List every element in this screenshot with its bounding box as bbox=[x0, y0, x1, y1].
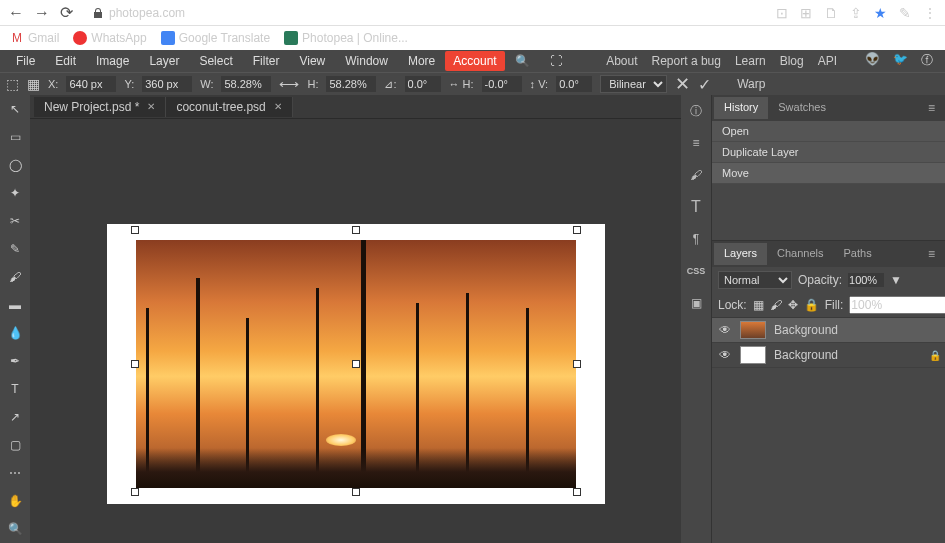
gradient-tool-icon[interactable]: ▬ bbox=[4, 295, 26, 315]
lock-move-icon[interactable]: ✥ bbox=[788, 298, 798, 312]
brush-tool-icon[interactable]: 🖌 bbox=[4, 267, 26, 287]
transform-handle[interactable] bbox=[573, 360, 581, 368]
tab-new-project[interactable]: New Project.psd *✕ bbox=[34, 97, 166, 117]
tab-layers[interactable]: Layers bbox=[714, 243, 767, 265]
menu-learn[interactable]: Learn bbox=[735, 54, 766, 68]
para-panel-icon[interactable]: ¶ bbox=[686, 229, 706, 249]
transform-handle[interactable] bbox=[131, 360, 139, 368]
tab-paths[interactable]: Paths bbox=[834, 243, 882, 265]
close-icon[interactable]: ✕ bbox=[147, 101, 155, 112]
blend-mode-select[interactable]: Normal bbox=[718, 271, 792, 289]
skew-v-input[interactable] bbox=[556, 76, 592, 92]
char-panel-icon[interactable]: T bbox=[686, 197, 706, 217]
app-icon[interactable]: ⊞ bbox=[800, 5, 812, 21]
tab-channels[interactable]: Channels bbox=[767, 243, 833, 265]
commit-icon[interactable]: ✓ bbox=[698, 75, 711, 94]
transform-handle[interactable] bbox=[352, 488, 360, 496]
layer-row[interactable]: 👁 Background 🔒 bbox=[712, 343, 945, 368]
search-icon[interactable]: 🔍 bbox=[505, 50, 540, 72]
menu-api[interactable]: API bbox=[818, 54, 837, 68]
history-item[interactable]: Duplicate Layer bbox=[712, 142, 945, 163]
bookmark-translate[interactable]: Google Translate bbox=[161, 31, 270, 45]
back-icon[interactable]: ← bbox=[8, 4, 24, 22]
x-input[interactable] bbox=[66, 76, 116, 92]
transform-handle[interactable] bbox=[573, 488, 581, 496]
menu-blog[interactable]: Blog bbox=[780, 54, 804, 68]
dropdown-icon[interactable]: ▼ bbox=[890, 273, 902, 287]
h-input[interactable] bbox=[326, 76, 376, 92]
menu-layer[interactable]: Layer bbox=[139, 50, 189, 72]
y-input[interactable] bbox=[142, 76, 192, 92]
shape-tool-icon[interactable]: ▢ bbox=[4, 435, 26, 455]
layer-thumbnail[interactable] bbox=[740, 321, 766, 339]
reference-icon[interactable]: ▦ bbox=[27, 76, 40, 92]
reload-icon[interactable]: ⟳ bbox=[60, 3, 73, 22]
menu-report[interactable]: Report a bug bbox=[652, 54, 721, 68]
lock-all-icon[interactable]: 🔒 bbox=[804, 298, 819, 312]
lock-pixels-icon[interactable]: ▦ bbox=[753, 298, 764, 312]
canvas-area[interactable] bbox=[30, 119, 681, 543]
menu-image[interactable]: Image bbox=[86, 50, 139, 72]
forward-icon[interactable]: → bbox=[34, 4, 50, 22]
eyedropper-tool-icon[interactable]: ✎ bbox=[4, 239, 26, 259]
facebook-icon[interactable]: ⓕ bbox=[921, 52, 939, 70]
cancel-icon[interactable]: ✕ bbox=[675, 73, 690, 95]
bookmark-gmail[interactable]: MGmail bbox=[10, 31, 59, 45]
lock-brush-icon[interactable]: 🖌 bbox=[770, 298, 782, 312]
transform-handle[interactable] bbox=[573, 226, 581, 234]
visibility-icon[interactable]: 👁 bbox=[718, 323, 732, 337]
bookmark-whatsapp[interactable]: WhatsApp bbox=[73, 31, 146, 45]
history-item[interactable]: Move bbox=[712, 163, 945, 184]
visibility-icon[interactable]: 👁 bbox=[718, 348, 732, 362]
transform-icon[interactable]: ⬚ bbox=[6, 76, 19, 92]
fullscreen-icon[interactable]: ⛶ bbox=[540, 50, 572, 72]
layer-name[interactable]: Background bbox=[774, 348, 838, 362]
menu-window[interactable]: Window bbox=[335, 50, 398, 72]
history-item[interactable]: Open bbox=[712, 121, 945, 142]
menu-icon[interactable]: ⋮ bbox=[923, 5, 937, 21]
zoom-tool-icon[interactable]: 🔍 bbox=[4, 519, 26, 539]
thumb-panel-icon[interactable]: ▣ bbox=[686, 293, 706, 313]
link-icon[interactable]: ⟷ bbox=[279, 76, 299, 92]
align-panel-icon[interactable]: ≡ bbox=[686, 133, 706, 153]
skew-h-input[interactable] bbox=[482, 76, 522, 92]
menu-view[interactable]: View bbox=[289, 50, 335, 72]
menu-about[interactable]: About bbox=[606, 54, 637, 68]
path-tool-icon[interactable]: ↗ bbox=[4, 407, 26, 427]
share-icon[interactable]: ⇪ bbox=[850, 5, 862, 21]
reddit-icon[interactable]: 👽 bbox=[865, 52, 883, 70]
menu-edit[interactable]: Edit bbox=[45, 50, 86, 72]
lasso-tool-icon[interactable]: ◯ bbox=[4, 155, 26, 175]
crop-tool-icon[interactable]: ✂ bbox=[4, 211, 26, 231]
transform-handle[interactable] bbox=[352, 360, 360, 368]
interpolation-select[interactable]: Bilinear bbox=[600, 75, 667, 93]
menu-filter[interactable]: Filter bbox=[243, 50, 290, 72]
canvas[interactable] bbox=[107, 224, 605, 504]
hand-tool-icon[interactable]: ✋ bbox=[4, 491, 26, 511]
transform-handle[interactable] bbox=[131, 488, 139, 496]
doc-icon[interactable]: 🗋 bbox=[824, 5, 838, 21]
warp-button[interactable]: Warp bbox=[737, 77, 765, 91]
fill-input[interactable] bbox=[849, 296, 945, 314]
install-icon[interactable]: ⊡ bbox=[776, 5, 788, 21]
panel-menu-icon[interactable]: ≡ bbox=[920, 243, 943, 265]
text-tool-icon[interactable]: T bbox=[4, 379, 26, 399]
pen-tool-icon[interactable]: ✒ bbox=[4, 351, 26, 371]
opacity-input[interactable] bbox=[848, 273, 884, 287]
menu-file[interactable]: File bbox=[6, 50, 45, 72]
twitter-icon[interactable]: 🐦 bbox=[893, 52, 911, 70]
wand-tool-icon[interactable]: ✦ bbox=[4, 183, 26, 203]
edit-icon[interactable]: ✎ bbox=[899, 5, 911, 21]
tab-swatches[interactable]: Swatches bbox=[768, 97, 836, 119]
layer-thumbnail[interactable] bbox=[740, 346, 766, 364]
menu-select[interactable]: Select bbox=[189, 50, 242, 72]
close-icon[interactable]: ✕ bbox=[274, 101, 282, 112]
w-input[interactable] bbox=[221, 76, 271, 92]
angle-input[interactable] bbox=[405, 76, 441, 92]
info-panel-icon[interactable]: ⓘ bbox=[686, 101, 706, 121]
dots-tool-icon[interactable]: ⋯ bbox=[4, 463, 26, 483]
brush-panel-icon[interactable]: 🖌 bbox=[686, 165, 706, 185]
menu-more[interactable]: More bbox=[398, 50, 445, 72]
star-icon[interactable]: ★ bbox=[874, 5, 887, 21]
bookmark-photopea[interactable]: Photopea | Online... bbox=[284, 31, 408, 45]
